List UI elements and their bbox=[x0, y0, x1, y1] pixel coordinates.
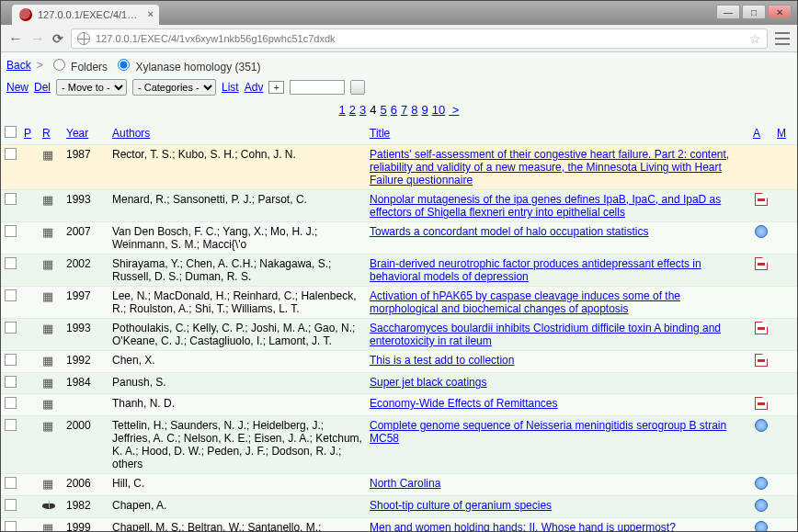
col-header-authors[interactable]: Authors bbox=[112, 127, 150, 140]
col-header-r[interactable]: R bbox=[42, 127, 51, 140]
col-header-m[interactable]: M bbox=[777, 127, 786, 140]
pdf-icon[interactable] bbox=[755, 397, 768, 410]
row-checkbox[interactable] bbox=[5, 419, 17, 431]
window-close-button[interactable]: ✕ bbox=[768, 5, 792, 19]
categories-select[interactable]: - Categories - bbox=[132, 79, 216, 96]
col-header-title[interactable]: Title bbox=[370, 127, 390, 140]
row-title-link[interactable]: Shoot-tip culture of geranium species bbox=[370, 499, 552, 512]
xylanase-radio[interactable] bbox=[118, 59, 130, 71]
table-row[interactable]: ▦2007Van Den Bosch, F. C.; Yang, X.; Mo,… bbox=[1, 222, 797, 255]
table-row[interactable]: ▦2006Hill, C.North Carolina bbox=[1, 474, 797, 496]
pager-page[interactable]: 7 bbox=[401, 103, 407, 117]
list-link[interactable]: List bbox=[222, 81, 239, 94]
results-tbody: ▦1987Rector, T. S.; Kubo, S. H.; Cohn, J… bbox=[1, 145, 797, 532]
del-link[interactable]: Del bbox=[34, 81, 51, 94]
col-header-a[interactable]: A bbox=[753, 127, 760, 140]
table-row[interactable]: ▦Thanh, N. D.Economy-Wide Effects of Rem… bbox=[1, 394, 797, 416]
pdf-icon[interactable] bbox=[755, 354, 768, 367]
folders-radio[interactable] bbox=[53, 59, 65, 71]
web-icon[interactable] bbox=[755, 225, 768, 238]
row-checkbox[interactable] bbox=[5, 225, 17, 237]
move-to-select[interactable]: - Move to - bbox=[56, 79, 127, 96]
row-checkbox[interactable] bbox=[5, 397, 17, 409]
pager-page[interactable]: 1 bbox=[339, 103, 346, 117]
plus-button[interactable]: + bbox=[268, 81, 283, 94]
row-title-link[interactable]: Saccharomyces boulardii inhibits Clostri… bbox=[370, 322, 721, 347]
row-title-link[interactable]: Patients' self-assessment of their conge… bbox=[370, 148, 729, 187]
row-title-link[interactable]: Towards a concordant model of halo occup… bbox=[370, 225, 649, 238]
calendar-icon: ▦ bbox=[42, 397, 53, 411]
browser-tab[interactable]: 127.0.0.1/EXEC/4/1vx6xyw1 × bbox=[12, 5, 159, 25]
window-maximize-button[interactable]: □ bbox=[742, 5, 766, 19]
pager-page[interactable]: 6 bbox=[391, 103, 397, 117]
pager-page[interactable]: 10 bbox=[432, 103, 445, 117]
col-header-p[interactable]: P bbox=[24, 127, 31, 140]
row-title-link[interactable]: Nonpolar mutagenesis of the ipa genes de… bbox=[370, 193, 721, 219]
folders-radio-label[interactable]: Folders bbox=[49, 56, 108, 74]
window-minimize-button[interactable]: — bbox=[716, 5, 740, 19]
pager-page[interactable]: 9 bbox=[421, 103, 428, 117]
pager-page[interactable]: 8 bbox=[411, 103, 417, 117]
table-row[interactable]: ▦1992Chen, X.This is a test add to colle… bbox=[1, 351, 797, 373]
calendar-icon: ▦ bbox=[42, 148, 53, 162]
table-row[interactable]: ▦1993Menard, R.; Sansonetti, P. J.; Pars… bbox=[1, 190, 797, 222]
row-checkbox[interactable] bbox=[5, 148, 17, 160]
back-button[interactable]: ← bbox=[8, 30, 23, 47]
row-authors: Chapen, A. bbox=[108, 496, 366, 518]
search-go-button[interactable] bbox=[350, 80, 365, 95]
row-year: 2000 bbox=[63, 416, 108, 474]
calendar-icon: ▦ bbox=[42, 376, 53, 390]
col-header-year[interactable]: Year bbox=[66, 127, 88, 140]
reload-button[interactable]: ⟳ bbox=[52, 31, 63, 46]
tab-close-icon[interactable]: × bbox=[148, 8, 154, 19]
row-year: 2006 bbox=[63, 474, 108, 496]
table-row[interactable]: ▦1993Pothoulakis, C.; Kelly, C. P.; Josh… bbox=[1, 319, 797, 351]
web-icon[interactable] bbox=[755, 419, 768, 432]
table-row[interactable]: ▦1999Chapell, M. S.; Beltran, W.; Santan… bbox=[1, 518, 797, 532]
row-checkbox[interactable] bbox=[5, 499, 17, 511]
row-checkbox[interactable] bbox=[5, 521, 17, 531]
pager-page[interactable]: 5 bbox=[381, 103, 387, 117]
row-checkbox[interactable] bbox=[5, 477, 17, 489]
adv-link[interactable]: Adv bbox=[245, 81, 264, 94]
row-checkbox[interactable] bbox=[5, 289, 17, 301]
web-icon[interactable] bbox=[755, 477, 768, 490]
breadcrumb-back-link[interactable]: Back bbox=[6, 59, 31, 72]
pager-page[interactable]: 2 bbox=[349, 103, 356, 117]
row-checkbox[interactable] bbox=[5, 257, 17, 269]
browser-menu-button[interactable] bbox=[775, 32, 790, 45]
row-checkbox[interactable] bbox=[5, 193, 17, 205]
table-row[interactable]: ▦2002Shirayama, Y.; Chen, A. C.H.; Nakag… bbox=[1, 255, 797, 287]
row-checkbox[interactable] bbox=[5, 354, 17, 366]
row-title-link[interactable]: Economy-Wide Effects of Remittances bbox=[370, 397, 558, 410]
table-row[interactable]: ▦1997Lee, N.; MacDonald, H.; Reinhard, C… bbox=[1, 287, 797, 319]
row-title-link[interactable]: This is a test add to collection bbox=[370, 354, 514, 367]
pager-page[interactable]: 3 bbox=[359, 103, 366, 117]
pager-next[interactable]: > bbox=[449, 103, 459, 117]
address-bar[interactable]: 127.0.0.1/EXEC/4/1vx6xyw1nkb56g16pwhc51c… bbox=[71, 28, 768, 49]
bookmark-star-icon[interactable]: ☆ bbox=[749, 31, 761, 46]
table-row[interactable]: 1982Chapen, A.Shoot-tip culture of geran… bbox=[1, 496, 797, 518]
calendar-icon: ▦ bbox=[42, 225, 53, 239]
row-title-link[interactable]: Complete genome sequence of Neisseria me… bbox=[370, 419, 726, 445]
web-icon[interactable] bbox=[755, 499, 768, 512]
search-input[interactable] bbox=[290, 80, 345, 95]
table-row[interactable]: ▦2000Tettelin, H.; Saunders, N. J.; Heid… bbox=[1, 416, 797, 474]
row-title-link[interactable]: Activation of hPAK65 by caspase cleavage… bbox=[370, 289, 680, 315]
xylanase-radio-label[interactable]: Xylanase homology (351) bbox=[113, 56, 260, 74]
row-checkbox[interactable] bbox=[5, 376, 17, 388]
row-title-link[interactable]: North Carolina bbox=[370, 477, 440, 490]
pdf-icon[interactable] bbox=[755, 322, 768, 334]
pdf-icon[interactable] bbox=[755, 257, 768, 270]
row-title-link[interactable]: Brain-derived neurotrophic factor produc… bbox=[370, 257, 701, 283]
web-icon[interactable] bbox=[755, 521, 768, 531]
select-all-checkbox[interactable] bbox=[5, 126, 17, 138]
table-row[interactable]: ▦1984Panush, S.Super jet black coatings bbox=[1, 373, 797, 394]
pdf-icon[interactable] bbox=[755, 193, 768, 206]
row-title-link[interactable]: Men and women holding hands: II. Whose h… bbox=[370, 521, 676, 531]
table-row[interactable]: ▦1987Rector, T. S.; Kubo, S. H.; Cohn, J… bbox=[1, 145, 797, 190]
new-link[interactable]: New bbox=[6, 81, 28, 94]
row-title-link[interactable]: Super jet black coatings bbox=[370, 376, 486, 389]
row-checkbox[interactable] bbox=[5, 322, 17, 334]
results-table: P R Year Authors Title A M ▦1987Rector, … bbox=[1, 122, 797, 531]
